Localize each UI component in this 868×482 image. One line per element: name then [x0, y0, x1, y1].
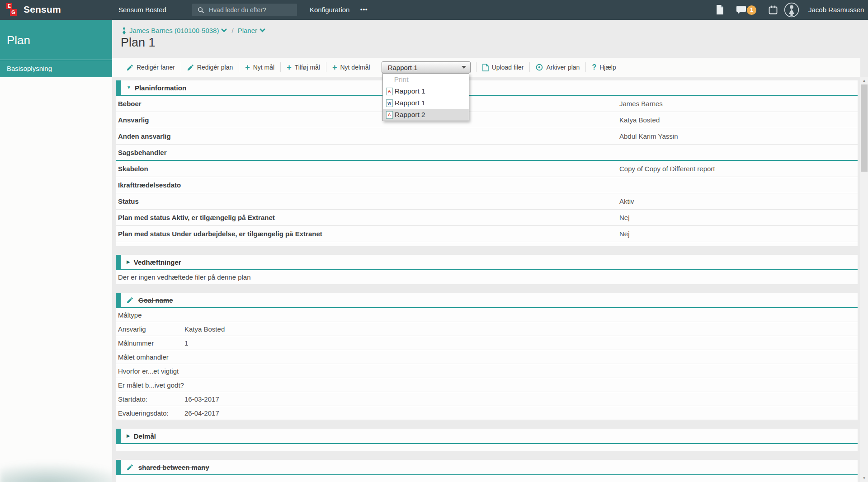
user-name[interactable]: Jacob Rasmussen [808, 0, 864, 20]
button-label: Redigér faner [137, 64, 175, 71]
section-title: Goal name [138, 296, 173, 304]
collapsed-content [116, 444, 858, 451]
row-label: Status [118, 197, 619, 205]
section-header-attachments[interactable]: ▶ Vedhæftninger [116, 255, 858, 270]
row-value: 26-04-2017 [184, 409, 219, 417]
triangle-right-icon: ▶ [127, 434, 130, 438]
row-label: Måltype [118, 311, 184, 319]
section-title: Delmål [134, 432, 156, 440]
avatar[interactable] [784, 2, 799, 18]
section-accent-bar [116, 460, 121, 475]
scrollbar-thumb[interactable] [861, 84, 868, 172]
brand-name[interactable]: Sensum [24, 4, 61, 15]
menu-item-label: Rapport 1 [395, 87, 425, 95]
scroll-up-icon[interactable]: ▲ [860, 77, 868, 84]
section-title: Planinformation [135, 84, 186, 92]
edit-plan-button[interactable]: Redigér plan [181, 58, 239, 77]
search-input[interactable] [209, 6, 290, 14]
new-goal-button[interactable]: + Nyt mål [239, 58, 280, 77]
report-dropdown-value: Rapport 1 [388, 64, 418, 71]
pdf-icon [386, 111, 393, 119]
row-value: James Barnes [619, 100, 663, 108]
row-label: Beboer [118, 100, 619, 108]
row-label: Ikrafttrædelsesdato [118, 181, 619, 189]
row-value: Copy of Copy of Different report [619, 165, 715, 173]
table-row: Målet omhandler [116, 350, 858, 364]
menu-item-rapport1-word[interactable]: Rapport 1 [383, 97, 469, 109]
table-row: Hvorfor er...et vigtigt [116, 364, 858, 378]
document-icon[interactable] [716, 5, 724, 14]
edit-tabs-button[interactable]: Redigér faner [121, 58, 181, 77]
search-box[interactable] [192, 4, 297, 16]
report-dropdown-button[interactable]: Rapport 1 [382, 61, 471, 73]
button-label: Redigér plan [197, 64, 233, 71]
scroll-down-icon[interactable]: ▼ [860, 474, 868, 482]
add-goal-button[interactable]: + Tilføj mål [281, 58, 326, 77]
section-subgoals: ▶ Delmål [116, 429, 858, 451]
row-label: Plan med status Under udarbejdelse, er t… [118, 230, 619, 238]
menu-item-label: Rapport 1 [395, 99, 425, 107]
menu-item-rapport1-pdf[interactable]: Rapport 1 [383, 85, 469, 97]
new-subgoal-button[interactable]: + Nyt delmål [326, 58, 376, 77]
table-row: Skabelon Copy of Copy of Different repor… [116, 161, 858, 177]
pencil-icon [127, 464, 133, 471]
section-accent-bar [116, 429, 121, 444]
upload-files-button[interactable]: Upload filer [476, 58, 530, 77]
caret-down-icon [462, 66, 466, 69]
table-row: Målnummer 1 [116, 336, 858, 350]
menu-item-print[interactable]: Print [383, 74, 469, 85]
table-row: Evalueringsdato: 26-04-2017 [116, 406, 858, 420]
table-row: Er målet b...ivet godt? [116, 378, 858, 392]
section-header-shared-goal[interactable]: shared between many [116, 460, 858, 475]
more-menu-icon[interactable]: ••• [360, 0, 368, 20]
breadcrumb-section-label: Planer [238, 27, 257, 34]
breadcrumb-separator: / [231, 27, 233, 34]
chat-icon[interactable] [736, 6, 746, 14]
table-row: Sagsbehandler [116, 145, 858, 161]
topbar: E G Sensum Sensum Bosted Konfiguration •… [0, 0, 868, 20]
help-button[interactable]: ? Hjælp [586, 58, 622, 77]
breadcrumb-client-link[interactable]: James Barnes (010100-5038) [121, 27, 227, 34]
menu-item-rapport2-pdf[interactable]: Rapport 2 [383, 109, 469, 121]
section-shared-goal: shared between many [116, 460, 858, 482]
section-accent-bar [116, 255, 121, 270]
section-header-subgoals[interactable]: ▶ Delmål [116, 429, 858, 444]
pencil-icon [127, 64, 133, 71]
sidebar-item-basisoplysning[interactable]: Basisoplysning [0, 60, 112, 77]
chevron-down-icon [221, 28, 227, 33]
section-title: shared between many [138, 463, 209, 471]
row-value: Katya Bosted [619, 116, 660, 124]
pencil-icon [187, 64, 194, 71]
row-value: Katya Bosted [184, 325, 225, 333]
row-value: Nej [619, 214, 630, 221]
app-name[interactable]: Sensum Bosted [118, 0, 166, 20]
eg-logo-icon[interactable]: E G [6, 3, 21, 17]
button-label: Arkiver plan [546, 64, 580, 71]
plus-icon: + [332, 64, 337, 70]
report-dropdown: Rapport 1 Print Rapport 1 Rapport 1 Rapp… [382, 61, 471, 73]
table-row: Plan med status Aktiv, er tilgængelig på… [116, 210, 858, 226]
question-icon: ? [592, 63, 596, 71]
menu-konfiguration[interactable]: Konfiguration [310, 0, 349, 20]
button-label: Upload filer [492, 64, 524, 71]
section-accent-bar [116, 293, 121, 308]
report-dropdown-menu: Print Rapport 1 Rapport 1 Rapport 2 [382, 73, 469, 121]
section-attachments: ▶ Vedhæftninger Der er ingen vedhæftede … [116, 255, 858, 284]
calendar-icon[interactable] [769, 5, 778, 14]
word-icon [386, 99, 393, 107]
section-header-goal[interactable]: Goal name [116, 293, 858, 308]
triangle-down-icon: ▼ [127, 85, 131, 90]
pdf-icon [386, 88, 393, 95]
notification-badge[interactable]: 1 [747, 5, 756, 15]
row-value: 16-03-2017 [184, 395, 219, 403]
section-header-planinformation[interactable]: ▼ Planinformation [116, 80, 858, 96]
button-label: Tilføj mål [295, 64, 320, 71]
breadcrumb-section-link[interactable]: Planer [238, 27, 265, 34]
archive-plan-button[interactable]: Arkiver plan [530, 58, 585, 77]
table-row: Startdato: 16-03-2017 [116, 392, 858, 406]
page-title: Plan 1 [121, 36, 156, 50]
button-label: Nyt mål [253, 64, 274, 71]
breadcrumb-client-label: James Barnes (010100-5038) [129, 27, 219, 34]
vertical-scrollbar[interactable]: ▲ ▼ [860, 77, 868, 482]
table-row: Ansvarlig Katya Bosted [116, 322, 858, 336]
